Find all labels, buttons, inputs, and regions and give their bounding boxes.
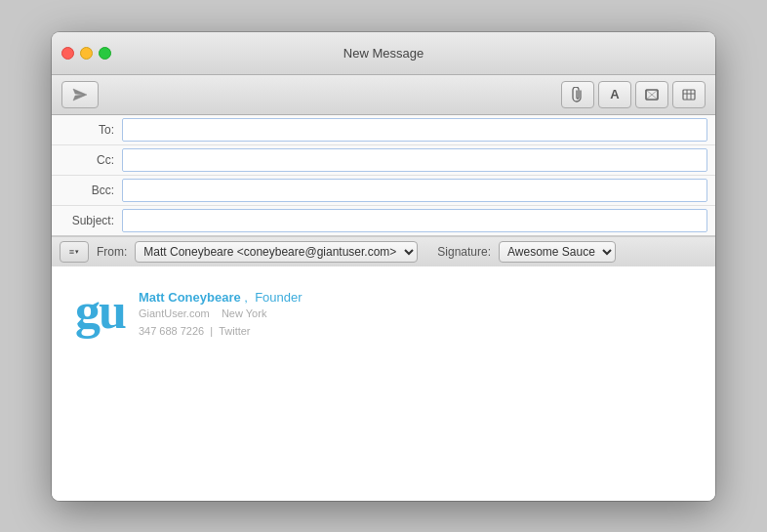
cc-input[interactable]: [122, 148, 707, 172]
subject-row: Subject:: [52, 206, 715, 235]
table-icon: [682, 89, 696, 101]
message-body[interactable]: gu Matt Coneybeare , Founder GiantUser.c…: [52, 266, 715, 501]
cc-label: Cc:: [52, 153, 122, 167]
cc-row: Cc:: [52, 145, 715, 176]
signature-label: Signature:: [437, 245, 491, 259]
title-bar: New Message: [52, 32, 715, 75]
from-row: ≡ ▾ From: Matt Coneybeare <coneybeare@gi…: [52, 236, 715, 266]
signature-title: Founder: [255, 290, 302, 305]
bcc-row: Bcc:: [52, 176, 715, 206]
toolbar: A: [52, 75, 715, 115]
logo: gu: [75, 286, 125, 337]
subject-label: Subject:: [52, 214, 122, 227]
svg-marker-0: [73, 89, 87, 101]
signature-title-separator: ,: [244, 290, 251, 305]
photo-button[interactable]: [635, 81, 668, 108]
bcc-input[interactable]: [122, 179, 707, 202]
font-button[interactable]: A: [598, 81, 631, 108]
subject-input[interactable]: [122, 209, 707, 232]
chevron-down-icon: ▾: [75, 248, 79, 256]
send-icon: [71, 87, 89, 102]
minimize-button[interactable]: [80, 47, 93, 60]
toolbar-right: A: [561, 81, 706, 108]
to-input[interactable]: [122, 118, 707, 142]
maximize-button[interactable]: [99, 47, 111, 60]
from-label: From:: [97, 245, 127, 259]
send-button[interactable]: [61, 81, 99, 108]
close-button[interactable]: [61, 47, 74, 60]
to-row: To:: [52, 115, 715, 145]
list-icon: ≡: [69, 247, 74, 257]
email-compose-window: New Message A: [52, 32, 715, 501]
font-icon: A: [610, 87, 619, 102]
table-button[interactable]: [672, 81, 706, 108]
signature-company-location: GiantUser.com New York: [139, 305, 303, 323]
signature-select[interactable]: Awesome Sauce: [499, 241, 616, 263]
photo-icon: [645, 89, 659, 101]
attach-button[interactable]: [561, 81, 594, 108]
svg-rect-5: [683, 90, 695, 100]
formatting-button[interactable]: ≡ ▾: [60, 241, 89, 263]
traffic-lights: [61, 47, 111, 60]
signature-contact: 347 688 7226 | Twitter: [139, 322, 303, 341]
paperclip-icon: [571, 87, 585, 102]
signature-block: gu Matt Coneybeare , Founder GiantUser.c…: [75, 286, 692, 341]
from-select[interactable]: Matt Coneybeare <coneybeare@giantuser.co…: [135, 241, 418, 263]
window-title: New Message: [343, 46, 424, 61]
to-label: To:: [52, 123, 122, 137]
bcc-label: Bcc:: [52, 184, 122, 197]
compose-form: To: Cc: Bcc: Subject:: [52, 115, 715, 236]
signature-name: Matt Coneybeare , Founder: [139, 290, 303, 305]
signature-info: Matt Coneybeare , Founder GiantUser.com …: [139, 286, 303, 341]
